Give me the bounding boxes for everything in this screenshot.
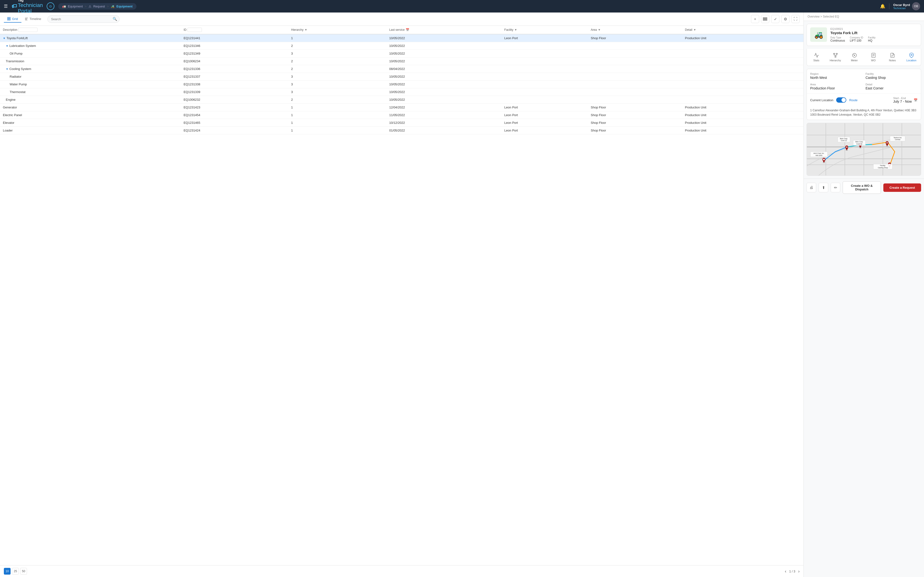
svg-rect-4 — [25, 18, 28, 18]
table-row[interactable]: Oil Pump EQ1231349 3 10/05/2022 — [0, 50, 803, 58]
breadcrumb-equipment[interactable]: Equipment — [68, 5, 83, 8]
equipment-info-card: 🚜 EQ100021 Toyota Fork Lift Duty Type Co… — [806, 24, 921, 46]
calendar-icon[interactable]: 📅 — [914, 98, 918, 102]
page-info: 1 / 3 — [789, 569, 795, 573]
cell-hierarchy: 1 — [288, 104, 386, 111]
page-size-25[interactable]: 25 — [12, 568, 19, 575]
table-row[interactable]: ▼Lubrication System EQ1231346 2 10/05/20… — [0, 42, 803, 50]
table-row[interactable]: Generator EQ1231423 1 12/04/2022 Leon Po… — [0, 104, 803, 111]
svg-rect-10 — [765, 17, 765, 21]
equipment-name: Toyota Fork Lift — [830, 31, 918, 35]
scan-icon[interactable]: ⊙ — [47, 2, 54, 10]
cell-facility — [501, 65, 588, 73]
table-row[interactable]: Elevator EQ1231465 1 10/12/2022 Leon Por… — [0, 119, 803, 127]
nav-notes[interactable]: Notes — [883, 51, 902, 64]
cell-last-service: 10/05/2022 — [386, 73, 501, 81]
table-row[interactable]: Water Pump EQ1231338 3 10/05/2022 — [0, 81, 803, 88]
breadcrumb-request[interactable]: Request — [94, 5, 105, 8]
view-tabs: Grid Timeline — [4, 16, 45, 23]
search-icon[interactable]: 🔍 — [113, 17, 117, 21]
address-text: 1 Carrefour Alexander-Graham-Bell Buildi… — [807, 106, 921, 120]
user-profile[interactable]: Oscar Byrd Technician OB — [893, 2, 920, 10]
tab-timeline[interactable]: Timeline — [21, 16, 45, 23]
settings-button[interactable]: ⚙ — [781, 15, 790, 23]
table-row[interactable]: Engine EQ1006232 2 10/05/2022 — [0, 96, 803, 104]
barcode-button[interactable] — [761, 15, 769, 23]
location-fields: Region North West Facility Casting Shop … — [807, 69, 921, 93]
svg-rect-13 — [767, 17, 767, 21]
search-container: 🔍 — [47, 15, 120, 23]
nav-location[interactable]: Location — [902, 51, 921, 64]
svg-rect-8 — [764, 17, 764, 21]
cell-hierarchy: 2 — [288, 58, 386, 65]
left-panel: Grid Timeline 🔍 ＋ ✓ ⚙ ⛶ — [0, 13, 804, 577]
cell-detail — [682, 96, 803, 104]
page-size-10[interactable]: 10 — [4, 568, 11, 575]
cell-hierarchy: 2 — [288, 42, 386, 50]
search-input[interactable] — [47, 15, 120, 23]
cell-id: EQ1231337 — [181, 73, 288, 81]
cell-facility: Leon Port — [501, 119, 588, 127]
create-request-button[interactable]: Create a Request — [883, 184, 921, 192]
table-row[interactable]: Electric Panel EQ1231454 1 11/05/2022 Le… — [0, 111, 803, 119]
location-route-toggle[interactable] — [836, 97, 846, 103]
cell-last-service: 12/04/2022 — [386, 104, 501, 111]
next-page-button[interactable]: › — [798, 569, 800, 574]
cell-id: EQ1231339 — [181, 88, 288, 96]
check-button[interactable]: ✓ — [771, 15, 779, 23]
prev-page-button[interactable]: ‹ — [785, 569, 787, 574]
cell-description: ▼Cooling System — [0, 65, 181, 73]
svg-rect-15 — [836, 53, 837, 54]
description-filter[interactable] — [18, 27, 37, 32]
cell-description: ▼Lubrication System — [0, 42, 181, 50]
cell-hierarchy: 1 — [288, 34, 386, 42]
table-row[interactable]: ▼Toyota ForklLift EQ1231441 1 10/05/2022… — [0, 34, 803, 42]
breadcrumb-equipment-active[interactable]: Equipment — [116, 5, 132, 8]
cell-detail: Production Unit — [682, 111, 803, 119]
table-row[interactable]: Transmission EQ1006234 2 10/05/2022 — [0, 58, 803, 65]
notification-icon[interactable]: 🔔 — [880, 3, 885, 9]
create-wo-button[interactable]: Create a WO & Dispatch — [843, 181, 881, 194]
tab-grid[interactable]: Grid — [4, 16, 21, 23]
expand-button[interactable]: ⛶ — [792, 15, 800, 23]
table-row[interactable]: Thermostat EQ1231339 3 10/05/2022 — [0, 88, 803, 96]
cell-detail — [682, 73, 803, 81]
company-id-label: Company ID — [850, 36, 863, 39]
svg-text:Core-12: Core-12 — [841, 140, 847, 141]
cell-area — [588, 65, 682, 73]
nav-meter[interactable]: Meter — [845, 51, 864, 64]
collapse-icon: ▼ — [6, 45, 8, 47]
nav-stats[interactable]: Stats — [807, 51, 826, 64]
company-id-value: LIFT-100 — [850, 39, 863, 42]
hamburger-menu[interactable]: ☰ — [4, 3, 8, 9]
facility-value: HQ — [868, 39, 876, 42]
share-button[interactable]: ⬆ — [819, 183, 828, 192]
table-row[interactable]: Radiator EQ1231337 3 10/05/2022 — [0, 73, 803, 81]
facility-detail-label: Facility — [866, 73, 918, 75]
cell-area — [588, 73, 682, 81]
table-row[interactable]: ▼Cooling System EQ1231336 2 08/04/2022 — [0, 65, 803, 73]
cell-facility: Leon Port — [501, 127, 588, 134]
cell-description: ▼Toyota ForklLift — [0, 34, 181, 42]
nav-hierarchy[interactable]: Hierarchy — [826, 51, 845, 64]
nav-wo[interactable]: WO — [864, 51, 883, 64]
area-value: Production Floor — [810, 86, 862, 90]
svg-text:Central: Central — [895, 139, 900, 140]
duty-type-label: Duty Type — [830, 36, 845, 39]
cell-area — [588, 58, 682, 65]
edit-button[interactable]: ✏ — [830, 183, 840, 192]
breadcrumb-eq2-icon: 🚜 — [111, 5, 115, 8]
col-id: ID — [181, 26, 288, 34]
add-button[interactable]: ＋ — [751, 15, 759, 23]
id-filter[interactable] — [187, 27, 202, 32]
cell-area: Shop Floor — [588, 104, 682, 111]
svg-rect-6 — [25, 20, 27, 20]
page-size-50[interactable]: 50 — [20, 568, 27, 575]
map-container[interactable]: 2 3 4 — [806, 123, 921, 176]
cell-last-service: 10/05/2022 — [386, 88, 501, 96]
cell-id: EQ1006234 — [181, 58, 288, 65]
print-button[interactable]: 🖨 — [806, 183, 816, 192]
svg-text:Casting Shop: Casting Shop — [878, 167, 888, 169]
table-row[interactable]: Loader EQ1231424 1 01/05/2022 Leon Port … — [0, 127, 803, 134]
svg-rect-1 — [9, 17, 10, 19]
